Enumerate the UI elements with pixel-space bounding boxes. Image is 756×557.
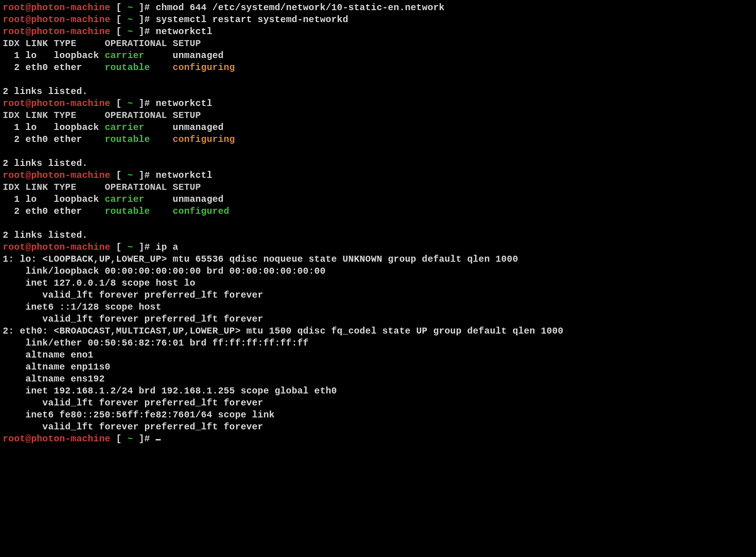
prompt-bracket-close: ]# [133, 26, 156, 37]
command-line[interactable]: root@photon-machine [ ~ ]# networkctl [3, 98, 753, 110]
cell-type: loopback [54, 122, 105, 133]
output-text: inet 127.0.0.1/8 scope host lo [3, 278, 195, 288]
prompt-user-host: root@photon-machine [3, 242, 110, 252]
networkctl-footer: 2 links listed. [3, 86, 753, 98]
ip-output-line: link/loopback 00:00:00:00:00:00 brd 00:0… [3, 265, 753, 277]
networkctl-header: IDX LINK TYPE OPERATIONAL SETUP [3, 182, 753, 193]
cell-type: ether [54, 62, 105, 73]
command-line[interactable]: root@photon-machine [ ~ ]# networkctl [3, 26, 753, 38]
cell-setup: unmanaged [173, 50, 224, 61]
prompt-cwd: ~ [128, 170, 133, 181]
ip-output-line: altname enp11s0 [3, 361, 753, 373]
ip-output-line: valid_lft forever preferred_lft forever [3, 421, 753, 433]
command-line[interactable]: root@photon-machine [ ~ ]# chmod 644 /et… [3, 2, 753, 14]
col-operational: OPERATIONAL [105, 182, 173, 193]
networkctl-row: 1 lo loopback carrier unmanaged [3, 50, 753, 62]
output-text: link/ether 00:50:56:82:76:01 brd ff:ff:f… [3, 338, 308, 348]
command-systemctl-restart: systemctl restart systemd-networkd [156, 14, 348, 25]
ip-output-line: inet 127.0.0.1/8 scope host lo [3, 277, 753, 289]
output-text: altname eno1 [3, 350, 93, 360]
networkctl-row: 1 lo loopback carrier unmanaged [3, 193, 753, 205]
prompt-user-host: root@photon-machine [3, 14, 110, 25]
footer-text: 2 links listed. [3, 230, 88, 240]
prompt-bracket-close: ]# [133, 434, 156, 444]
col-setup: SETUP [173, 110, 201, 121]
cell-idx: 2 [3, 206, 25, 217]
col-type: TYPE [54, 38, 105, 49]
ip-output-line: inet6 fe80::250:56ff:fe82:7601/64 scope … [3, 409, 753, 421]
networkctl-row: 2 eth0 ether routable configured [3, 205, 753, 217]
ip-output-line: valid_lft forever preferred_lft forever [3, 397, 753, 409]
output-text: 1: lo: <LOOPBACK,UP,LOWER_UP> mtu 65536 … [3, 254, 518, 264]
prompt-user-host: root@photon-machine [3, 2, 110, 13]
cell-type: loopback [54, 50, 105, 61]
cell-link: eth0 [25, 206, 54, 217]
networkctl-footer: 2 links listed. [3, 229, 753, 241]
col-operational: OPERATIONAL [105, 110, 173, 121]
cell-link: lo [25, 194, 54, 205]
prompt-bracket-close: ]# [133, 170, 156, 181]
output-text: valid_lft forever preferred_lft forever [3, 398, 263, 408]
cell-setup: configuring [173, 134, 235, 145]
cell-operational: routable [105, 206, 156, 217]
networkctl-row: 1 lo loopback carrier unmanaged [3, 122, 753, 134]
prompt-cwd: ~ [128, 98, 133, 109]
prompt-cwd: ~ [128, 26, 133, 37]
cell-setup: unmanaged [173, 122, 224, 133]
output-text: inet 192.168.1.2/24 brd 192.168.1.255 sc… [3, 386, 337, 396]
ip-output-line: 2: eth0: <BROADCAST,MULTICAST,UP,LOWER_U… [3, 325, 753, 337]
output-text: link/loopback 00:00:00:00:00:00 brd 00:0… [3, 266, 326, 276]
prompt-bracket-open: [ [110, 98, 128, 109]
cell-setup: configuring [173, 62, 235, 73]
cell-type: loopback [54, 194, 105, 205]
cell-link: eth0 [25, 134, 54, 145]
command-line[interactable]: root@photon-machine [ ~ ]# networkctl [3, 170, 753, 182]
command-networkctl: networkctl [156, 170, 212, 181]
command-networkctl: networkctl [156, 98, 212, 109]
output-text: inet6 fe80::250:56ff:fe82:7601/64 scope … [3, 410, 275, 420]
col-type: TYPE [54, 182, 105, 193]
ip-output-line: altname eno1 [3, 349, 753, 361]
footer-text: 2 links listed. [3, 158, 88, 169]
command-line[interactable]: root@photon-machine [ ~ ]# systemctl res… [3, 14, 753, 26]
blank-line [3, 217, 753, 229]
cell-link: lo [25, 122, 54, 133]
col-link: LINK [25, 110, 54, 121]
cell-link: lo [25, 50, 54, 61]
prompt-cwd: ~ [128, 434, 133, 444]
cell-idx: 1 [3, 194, 25, 205]
command-ip-a: ip a [156, 242, 178, 252]
col-setup: SETUP [173, 182, 201, 193]
output-text: inet6 ::1/128 scope host [3, 302, 161, 312]
cell-idx: 2 [3, 134, 25, 145]
cursor-icon [156, 439, 161, 440]
prompt-bracket-open: [ [110, 242, 128, 252]
terminal-window[interactable]: root@photon-machine [ ~ ]# chmod 644 /et… [0, 0, 756, 447]
cell-type: ether [54, 206, 105, 217]
command-line[interactable]: root@photon-machine [ ~ ]# ip a [3, 241, 753, 253]
col-setup: SETUP [173, 38, 201, 49]
prompt-user-host: root@photon-machine [3, 98, 110, 109]
footer-text: 2 links listed. [3, 86, 88, 97]
col-idx: IDX [3, 182, 25, 193]
prompt-user-host: root@photon-machine [3, 434, 110, 444]
prompt-bracket-open: [ [110, 14, 128, 25]
ip-output-line: valid_lft forever preferred_lft forever [3, 313, 753, 325]
output-text: valid_lft forever preferred_lft forever [3, 290, 263, 300]
ip-output-line: 1: lo: <LOOPBACK,UP,LOWER_UP> mtu 65536 … [3, 253, 753, 265]
command-line-empty[interactable]: root@photon-machine [ ~ ]# [3, 433, 753, 445]
prompt-bracket-open: [ [110, 434, 128, 444]
col-link: LINK [25, 182, 54, 193]
output-text: 2: eth0: <BROADCAST,MULTICAST,UP,LOWER_U… [3, 326, 564, 336]
command-networkctl: networkctl [156, 26, 212, 37]
cell-setup: configured [173, 206, 229, 217]
prompt-cwd: ~ [128, 14, 133, 25]
cell-operational: carrier [105, 122, 156, 133]
ip-output-line: link/ether 00:50:56:82:76:01 brd ff:ff:f… [3, 337, 753, 349]
cell-operational: routable [105, 134, 156, 145]
col-type: TYPE [54, 110, 105, 121]
ip-output-line: valid_lft forever preferred_lft forever [3, 289, 753, 301]
networkctl-row: 2 eth0 ether routable configuring [3, 134, 753, 146]
ip-output-line: inet6 ::1/128 scope host [3, 301, 753, 313]
cell-type: ether [54, 134, 105, 145]
